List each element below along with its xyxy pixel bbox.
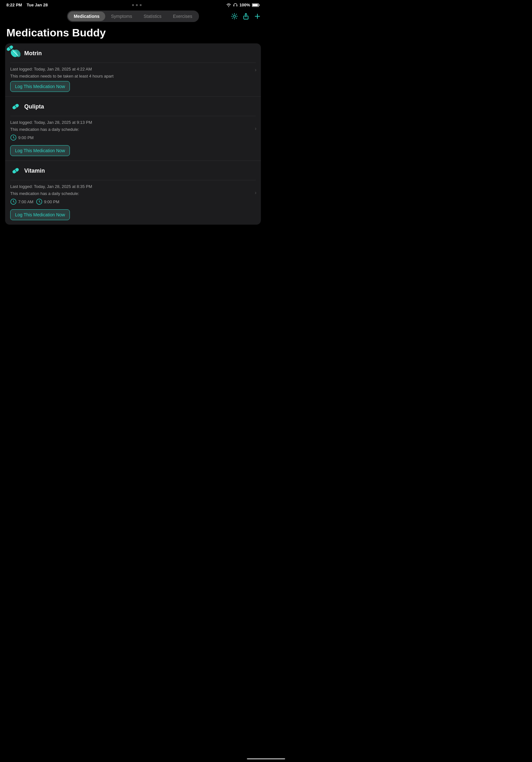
schedule-time-1-vitamin: 7:00 AM — [10, 198, 33, 205]
med-name-qulipta: Qulipta — [24, 104, 44, 110]
med-last-logged-vitamin: Last logged: Today, Jan 28, 2025 at 8:35… — [10, 184, 256, 190]
gear-icon — [231, 13, 238, 20]
pill-svg-motrin — [5, 43, 15, 53]
share-icon — [242, 13, 249, 20]
status-center-dots — [132, 4, 142, 6]
schedule-time-2-vitamin: 9:00 PM — [36, 198, 59, 205]
log-button-qulipta[interactable]: Log This Medication Now — [10, 145, 70, 156]
svg-point-5 — [233, 15, 236, 18]
svg-rect-1 — [236, 5, 237, 6]
med-name-vitamin: Vitamin — [24, 168, 45, 174]
med-schedule-qulipta: 9:00 PM — [10, 134, 256, 141]
plus-icon — [254, 13, 261, 20]
pill-svg-qulipta — [11, 102, 21, 112]
dot3 — [140, 4, 142, 6]
tab-medications[interactable]: Medications — [68, 12, 105, 21]
tab-symptoms[interactable]: Symptoms — [105, 12, 138, 21]
share-button[interactable] — [242, 13, 249, 20]
schedule-time-label-vitamin-1: 7:00 AM — [18, 199, 33, 204]
med-schedule-vitamin: 7:00 AM 9:00 PM — [10, 198, 256, 205]
status-right: 100% — [226, 3, 260, 7]
dot2 — [136, 4, 138, 6]
tab-exercises[interactable]: Exercises — [167, 12, 198, 21]
medication-card-motrin: Motrin Last logged: Today, Jan 28, 2025 … — [5, 43, 261, 97]
status-bar: 8:22 PM Tue Jan 28 100% — [0, 0, 266, 9]
svg-rect-0 — [233, 5, 234, 6]
med-last-logged-motrin: Last logged: Today, Jan 28, 2025 at 4:22… — [10, 66, 256, 72]
svg-rect-4 — [252, 4, 258, 6]
status-time-date: 8:22 PM Tue Jan 28 — [6, 3, 48, 7]
page-title: Medications Buddy — [0, 25, 266, 43]
headphone-icon — [233, 3, 237, 7]
pill-icon-qulipta — [10, 101, 21, 112]
med-schedule-note-vitamin: This medication has a daily schedule: — [10, 190, 256, 197]
nav-bar: Medications Symptoms Statistics Exercise… — [0, 9, 266, 25]
schedule-time-label-vitamin-2: 9:00 PM — [44, 199, 59, 204]
med-last-logged-qulipta: Last logged: Today, Jan 28, 2025 at 9:13… — [10, 119, 256, 126]
med-divider-qulipta — [10, 116, 256, 116]
nav-icons — [231, 13, 261, 20]
med-name-motrin: Motrin — [24, 50, 42, 57]
battery-percent: 100% — [239, 3, 250, 7]
medications-list: Motrin Last logged: Today, Jan 28, 2025 … — [5, 43, 261, 225]
pill-icon-motrin — [10, 48, 21, 59]
schedule-time-1-qulipta: 9:00 PM — [10, 134, 33, 141]
med-schedule-note-motrin: This medication needs to be taken at lea… — [10, 73, 256, 79]
pill-icon-vitamin — [10, 165, 21, 176]
med-divider-vitamin — [10, 180, 256, 180]
med-header-motrin: Motrin — [10, 48, 256, 59]
med-divider-motrin — [10, 62, 256, 63]
svg-rect-3 — [259, 4, 259, 6]
medication-card-vitamin: Vitamin Last logged: Today, Jan 28, 2025… — [5, 161, 261, 225]
log-button-vitamin[interactable]: Log This Medication Now — [10, 209, 70, 220]
clock-icon-vitamin-2 — [36, 198, 42, 205]
clock-icon-qulipta-1 — [10, 134, 17, 141]
add-button[interactable] — [254, 13, 261, 20]
pill-svg-vitamin — [11, 166, 21, 176]
chevron-right-motrin: › — [255, 67, 256, 73]
chevron-right-vitamin: › — [255, 190, 256, 195]
log-button-motrin[interactable]: Log This Medication Now — [10, 81, 70, 92]
wifi-icon — [226, 3, 231, 7]
clock-icon-vitamin-1 — [10, 198, 17, 205]
settings-button[interactable] — [231, 13, 238, 20]
schedule-time-label-qulipta-1: 9:00 PM — [18, 135, 33, 140]
med-schedule-note-qulipta: This medication has a daily schedule: — [10, 126, 256, 133]
tab-group: Medications Symptoms Statistics Exercise… — [67, 11, 199, 22]
battery-icon — [252, 3, 260, 7]
med-header-vitamin: Vitamin — [10, 165, 256, 176]
medication-card-qulipta: Qulipta Last logged: Today, Jan 28, 2025… — [5, 97, 261, 161]
dot1 — [132, 4, 134, 6]
chevron-right-qulipta: › — [255, 126, 256, 131]
tab-statistics[interactable]: Statistics — [138, 12, 167, 21]
med-header-qulipta: Qulipta — [10, 101, 256, 112]
